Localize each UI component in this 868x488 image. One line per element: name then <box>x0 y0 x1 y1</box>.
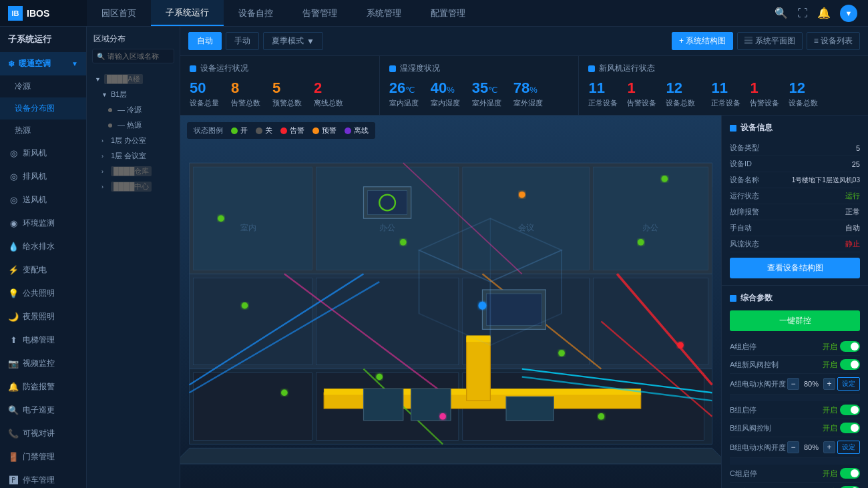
region-search-input[interactable] <box>107 52 170 60</box>
metric-warning: 5 预警总数 <box>272 79 302 108</box>
sidebar-item-intercom[interactable]: 📞 可视对讲 <box>0 422 86 445</box>
valve-a-set[interactable]: 设定 <box>837 377 860 391</box>
btn-manual-mode[interactable]: 手动 <box>226 32 259 50</box>
valve-b-increase[interactable]: + <box>823 441 835 453</box>
sidebar-item-access[interactable]: 🚪 门禁管理 <box>0 445 86 469</box>
sidebar-item-night-light[interactable]: 🌙 夜景照明 <box>0 305 86 328</box>
toolbar-left: 自动 手动 夏季模式 ▼ <box>188 32 323 50</box>
card-device-title-text: 设备运行状况 <box>200 63 248 74</box>
card-fresh-air-title-text: 新风机运行状态 <box>599 63 655 74</box>
btn-season-mode[interactable]: 夏季模式 ▼ <box>263 32 323 50</box>
sidebar-item-env[interactable]: ◉ 环境监测 <box>0 212 86 235</box>
label-device-id: 设备ID <box>730 159 752 169</box>
tree-node-heat[interactable]: — 热源 <box>87 117 180 133</box>
tree-node-a-building[interactable]: ▼ ████A楼 <box>87 71 180 87</box>
sidebar-item-parking[interactable]: 🅿 停车管理 <box>0 469 86 488</box>
user-avatar[interactable]: ▼ <box>840 5 857 22</box>
btn-system-floorplan[interactable]: ▤ 系统平面图 <box>737 32 802 50</box>
nav-item-alarm[interactable]: 告警管理 <box>288 0 352 26</box>
season-arrow-icon: ▼ <box>306 37 314 46</box>
toggle-a-valve-control[interactable] <box>840 359 860 370</box>
metric-offline-value: 2 <box>314 79 343 97</box>
tree-node-center[interactable]: › ████中心 <box>87 179 180 194</box>
parking-icon: 🅿 <box>8 475 19 485</box>
night-icon: 🌙 <box>8 312 19 322</box>
elevator-icon: ⬆ <box>8 335 19 345</box>
region-title: 区域分布 <box>87 27 180 49</box>
tree-node-b1[interactable]: ▼ B1层 <box>87 87 180 102</box>
tree-node-warehouse[interactable]: › ████仓库 <box>87 164 180 179</box>
valve-b-value: 80% <box>801 443 821 451</box>
valve-a-decrease[interactable]: − <box>787 378 799 390</box>
tree-node-office[interactable]: › 1层 办公室 <box>87 133 180 148</box>
tree-node-cold[interactable]: — 冷源 <box>87 102 180 117</box>
svg-text:办公: 办公 <box>379 223 395 232</box>
sidebar-item-fresh-air[interactable]: ◎ 新风机 <box>0 142 86 165</box>
valve-b-set[interactable]: 设定 <box>837 441 860 454</box>
btn-view-structure[interactable]: 查看设备结构图 <box>730 258 860 278</box>
fullscreen-icon[interactable]: ⛶ <box>797 7 808 19</box>
param-row-b-water-valve: B组电动水阀开度 − 80% + 设定 <box>730 437 860 458</box>
toggle-b-start-stop[interactable] <box>840 405 860 415</box>
legend-warning: 预警 <box>312 126 337 136</box>
legend-alarm-dot <box>280 128 287 134</box>
valve-a-increase[interactable]: + <box>823 378 835 390</box>
lighting-label: 公共照明 <box>23 288 55 299</box>
toggle-b-valve-control[interactable] <box>840 423 860 433</box>
svg-point-42 <box>638 239 644 245</box>
svg-text:会议: 会议 <box>518 223 534 232</box>
notification-icon[interactable]: 🔔 <box>817 7 831 19</box>
comprehensive-params-title: 综合参数 <box>730 292 860 304</box>
sidebar-sub-cold[interactable]: 冷源 <box>0 75 86 97</box>
metric-normal-2-value: 11 <box>711 79 740 97</box>
legend-title: 状态图例 <box>194 126 223 136</box>
comprehensive-params-title-text: 综合参数 <box>740 292 773 304</box>
3d-building-view[interactable]: 状态图例 开 关 告警 预警 <box>180 115 721 488</box>
tree-node-meeting[interactable]: › 1层 会议室 <box>87 148 180 164</box>
svg-rect-6 <box>463 168 590 270</box>
region-search-box[interactable]: 🔍 <box>92 49 174 63</box>
sidebar-item-patrol[interactable]: 🔍 电子巡更 <box>0 399 86 422</box>
svg-rect-38 <box>506 397 554 421</box>
valve-b-decrease[interactable]: − <box>787 441 799 453</box>
btn-one-click-control[interactable]: 一键群控 <box>730 310 860 331</box>
toggle-a-start-stop[interactable] <box>840 341 860 352</box>
building-svg: 室内 办公 会议 办公 <box>180 115 721 488</box>
fresh-air-row1: 11 正常设备 1 告警设备 12 设备总数 <box>588 79 695 108</box>
sidebar-sub-heat[interactable]: 热源 <box>0 119 86 142</box>
label-device-type: 设备类型 <box>730 143 759 153</box>
value-fault: 正常 <box>845 207 860 217</box>
search-icon[interactable]: 🔍 <box>775 7 788 19</box>
svg-rect-14 <box>193 373 312 441</box>
sidebar-item-cctv[interactable]: 📷 视频监控 <box>0 352 86 375</box>
metric-alarm-2-value: 1 <box>750 79 779 97</box>
info-row-id: 设备ID 25 <box>730 156 860 172</box>
svg-point-39 <box>242 302 248 308</box>
sidebar-sub-device-map[interactable]: 设备分布图 <box>0 97 86 119</box>
sidebar-item-hvac[interactable]: ❄ 暖通空调 ▼ <box>0 52 86 75</box>
legend-alarm: 告警 <box>280 126 304 136</box>
sidebar-item-water[interactable]: 💧 给水排水 <box>0 235 86 258</box>
nav-item-config[interactable]: 配置管理 <box>416 0 480 26</box>
nav-item-home[interactable]: 园区首页 <box>87 0 151 26</box>
sidebar-item-exhaust[interactable]: ◎ 排风机 <box>0 165 86 188</box>
btn-auto-mode[interactable]: 自动 <box>188 32 222 50</box>
nav-item-device-control[interactable]: 设备自控 <box>224 0 288 26</box>
value-device-name: 1号楼地下1层送风机03 <box>792 176 860 185</box>
sidebar-item-supply[interactable]: ◎ 送风机 <box>0 188 86 212</box>
svg-point-47 <box>218 216 224 222</box>
sidebar-item-lighting[interactable]: 💡 公共照明 <box>0 282 86 305</box>
metric-indoor-humidity: 40% 室内湿度 <box>431 79 460 108</box>
security-icon: 🔔 <box>8 382 19 392</box>
btn-device-list[interactable]: ≡ 设备列表 <box>807 32 860 50</box>
sidebar-item-power[interactable]: ⚡ 变配电 <box>0 258 86 282</box>
label-a-valve-control: A组新风阀控制 <box>730 360 779 370</box>
nav-item-system[interactable]: 系统管理 <box>352 0 416 26</box>
sidebar-item-elevator[interactable]: ⬆ 电梯管理 <box>0 328 86 352</box>
toggle-c-start-stop[interactable] <box>840 468 860 479</box>
btn-system-structure[interactable]: + 系统结构图 <box>672 32 733 50</box>
nav-item-subsystem[interactable]: 子系统运行 <box>151 0 224 26</box>
sidebar-item-security[interactable]: 🔔 防盗报警 <box>0 375 86 399</box>
card-device-title: 设备运行状况 <box>190 63 370 74</box>
param-row-c-start-stop: C组启停 开启 <box>730 465 860 483</box>
